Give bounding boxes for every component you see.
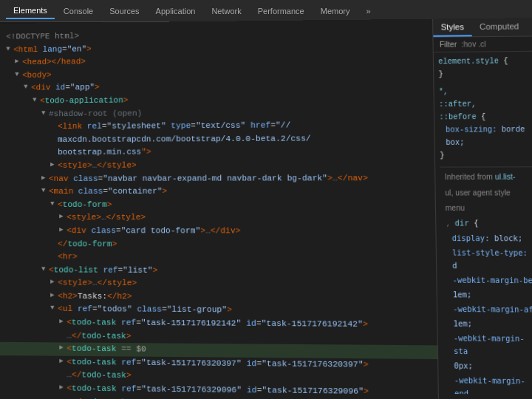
- style-brace-close: }: [438, 67, 532, 81]
- tab-more[interactable]: »: [358, 4, 378, 18]
- style-margin-sta: -webkit-margin-sta: [443, 331, 532, 360]
- expand-arrow[interactable]: [59, 356, 66, 367]
- expand-arrow[interactable]: [33, 95, 40, 105]
- styles-tabs: Styles Computed: [433, 18, 532, 38]
- code-line: <main class="container" >: [0, 185, 435, 198]
- style-margin-be-val: 1em;: [442, 287, 532, 302]
- expand-arrow[interactable]: [50, 160, 58, 170]
- code-line: <style>…</style>: [0, 158, 434, 172]
- inherited-text1: ul, user agent style: [440, 185, 532, 201]
- style-liststyle: list-style-type: d: [441, 245, 532, 273]
- tab-styles[interactable]: Styles: [433, 18, 472, 37]
- style-brace-close2: }: [440, 149, 532, 163]
- style-prop-boxsizing: box-sizing: borde: [440, 123, 532, 137]
- expand-arrow[interactable]: [59, 211, 66, 222]
- tab-elements[interactable]: Elements: [6, 3, 55, 19]
- styles-area: element.style { } *, ::after, ::before {…: [434, 52, 532, 395]
- expand-arrow[interactable]: [41, 264, 49, 275]
- code-area: <!DOCTYPE html> <html lang="en" > <head>…: [0, 24, 438, 399]
- tab-application[interactable]: Application: [149, 4, 203, 18]
- main-layout: <!DOCTYPE html> <html lang="en" > <head>…: [0, 18, 532, 399]
- style-selector-element: element.style {: [438, 55, 532, 68]
- tab-memory[interactable]: Memory: [313, 4, 358, 18]
- style-selector-star: *,: [439, 85, 532, 98]
- expand-arrow[interactable]: [59, 382, 66, 393]
- style-val-box: box;: [440, 136, 532, 149]
- style-margin-af-val: 1em;: [443, 316, 532, 332]
- code-line: <style>…</style>: [0, 211, 435, 225]
- style-block-star: *, ::after, ::before { box-sizing: borde…: [439, 85, 532, 163]
- inherited-text2: menu: [440, 201, 532, 216]
- code-line: bootstrap.min.css">: [0, 145, 434, 160]
- code-line: <todo-list ref="list" >: [0, 264, 436, 279]
- filter-options: :hov .cl: [461, 40, 485, 48]
- inherited-from-label1: Inherited from ul.list-: [440, 166, 532, 185]
- tab-computed[interactable]: Computed: [471, 18, 527, 36]
- filter-label: Filter: [440, 41, 457, 49]
- expand-arrow[interactable]: [41, 172, 49, 183]
- filter-bar: Filter :hov .cl: [433, 36, 532, 52]
- tab-sources[interactable]: Sources: [102, 4, 146, 18]
- code-line: <div class="card todo-form" >…</div>: [0, 225, 436, 239]
- dir-selector: , dir {: [440, 215, 532, 231]
- style-margin-end: -webkit-margin-end: [443, 373, 532, 395]
- style-margin-af: -webkit-margin-af: [442, 301, 532, 316]
- expand-arrow[interactable]: [59, 225, 66, 235]
- expand-arrow[interactable]: [15, 56, 22, 66]
- style-margin-be: -webkit-margin-be: [442, 273, 532, 287]
- expand-arrow[interactable]: [50, 303, 58, 314]
- code-line: <hr>: [0, 250, 436, 265]
- expand-arrow[interactable]: [50, 277, 58, 288]
- style-margin-sta-val: 0px;: [443, 358, 532, 374]
- expand-arrow[interactable]: [24, 82, 31, 92]
- styles-panel: Styles Computed Filter :hov .cl element.…: [432, 18, 532, 399]
- style-block-element: element.style { }: [438, 55, 532, 81]
- code-line: <nav class="navbar navbar-expand-md navb…: [0, 171, 434, 185]
- html-panel: <!DOCTYPE html> <html lang="en" > <head>…: [0, 19, 438, 399]
- expand-arrow[interactable]: [50, 290, 58, 301]
- code-line: </todo-form>: [0, 238, 436, 252]
- expand-arrow[interactable]: [6, 44, 13, 54]
- expand-arrow[interactable]: [50, 199, 58, 209]
- expand-arrow[interactable]: [59, 343, 66, 354]
- expand-arrow[interactable]: [59, 316, 66, 327]
- style-display: display: block;: [441, 231, 532, 246]
- expand-arrow[interactable]: [41, 185, 49, 196]
- tab-performance[interactable]: Performance: [250, 4, 312, 18]
- doctype-text: <!DOCTYPE html>: [6, 30, 79, 44]
- tab-network[interactable]: Network: [204, 4, 248, 18]
- code-line: <todo-form>: [0, 198, 435, 211]
- style-selector-after: ::after,: [439, 98, 532, 111]
- tab-console[interactable]: Console: [56, 4, 100, 18]
- code-line: maxcdn.bootstrapcdn.com/bootstrap/4.0.0-…: [0, 132, 434, 146]
- style-selector-before: ::before {: [439, 110, 532, 123]
- expand-arrow[interactable]: [15, 69, 22, 80]
- expand-arrow[interactable]: [41, 108, 49, 118]
